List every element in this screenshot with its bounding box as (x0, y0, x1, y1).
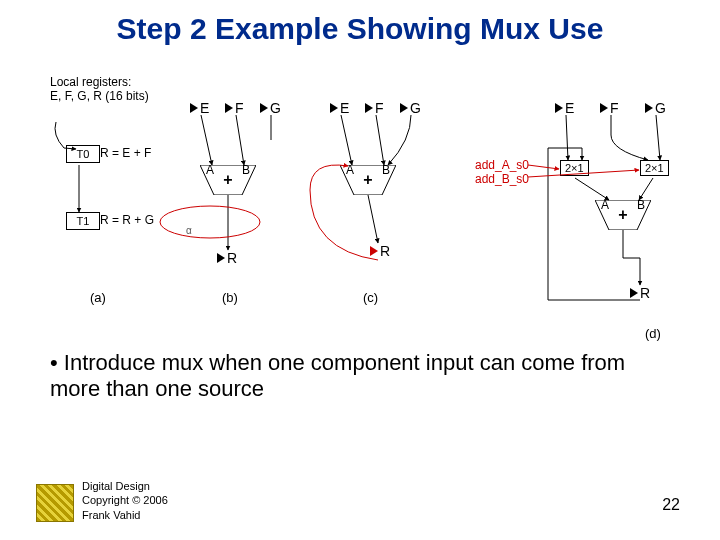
clock-tri-icon (330, 103, 338, 113)
clock-tri-icon (225, 103, 233, 113)
reg-b-F: F (225, 100, 244, 116)
mux-b: 2×1 (640, 160, 669, 176)
clock-tri-icon (555, 103, 563, 113)
state-t0: T0 (66, 145, 100, 163)
footer: Digital Design Copyright © 2006 Frank Va… (82, 479, 168, 522)
clock-tri-icon (260, 103, 268, 113)
svg-line-4 (201, 115, 212, 165)
page-title: Step 2 Example Showing Mux Use (0, 12, 720, 46)
local-registers-line2: E, F, G, R (16 bits) (50, 89, 149, 103)
reg-d-R: R (630, 285, 650, 301)
reg-c-R: R (370, 243, 390, 259)
svg-line-14 (575, 178, 609, 200)
svg-point-8 (160, 206, 260, 238)
reg-label: E (340, 100, 349, 116)
svg-line-10 (376, 115, 384, 165)
reg-label: E (565, 100, 574, 116)
svg-line-16 (528, 165, 559, 169)
adder-b: A B + (200, 165, 256, 195)
clock-tri-icon (217, 253, 225, 263)
sub-b: (b) (222, 290, 238, 305)
reg-label: E (200, 100, 209, 116)
clock-tri-icon (190, 103, 198, 113)
alpha-mark: α (186, 225, 192, 236)
footer-line: Frank Vahid (82, 508, 168, 522)
reg-b-R: R (217, 250, 237, 266)
reg-b-G: G (260, 100, 281, 116)
ctrl-signals: add_A_s0 add_B_s0 (475, 158, 529, 187)
mux-a: 2×1 (560, 160, 589, 176)
reg-label: R (227, 250, 237, 266)
reg-b-E: E (190, 100, 209, 116)
local-registers: Local registers: E, F, G, R (16 bits) (50, 75, 149, 103)
reg-label: R (640, 285, 650, 301)
clock-tri-icon (600, 103, 608, 113)
sub-a: (a) (90, 290, 106, 305)
svg-line-11 (368, 195, 378, 243)
state-t0-expr: R = E + F (100, 146, 151, 160)
state-t1: T1 (66, 212, 100, 230)
reg-c-E: E (330, 100, 349, 116)
footer-line: Digital Design (82, 479, 168, 493)
reg-label: G (655, 100, 666, 116)
adder-op-icon: + (200, 171, 256, 189)
clock-tri-icon (370, 246, 378, 256)
state-t1-expr: R = R + G (100, 213, 154, 227)
ctrl-sig-b: add_B_s0 (475, 172, 529, 186)
reg-label: F (375, 100, 384, 116)
reg-label: R (380, 243, 390, 259)
adder-c: A B + (340, 165, 396, 195)
clock-tri-icon (400, 103, 408, 113)
reg-label: G (270, 100, 281, 116)
svg-line-13 (656, 115, 660, 160)
adder-op-icon: + (595, 206, 651, 224)
local-registers-line1: Local registers: (50, 75, 149, 89)
adder-op-icon: + (340, 171, 396, 189)
adder-d: A B + (595, 200, 651, 230)
clock-tri-icon (365, 103, 373, 113)
ctrl-sig-a: add_A_s0 (475, 158, 529, 172)
logo-icon (36, 484, 74, 522)
sub-c: (c) (363, 290, 378, 305)
reg-label: G (410, 100, 421, 116)
bullet-main: Introduce mux when one component input c… (50, 350, 650, 402)
footer-line: Copyright © 2006 (82, 493, 168, 507)
reg-d-F: F (600, 100, 619, 116)
page-number: 22 (662, 496, 680, 514)
reg-c-G: G (400, 100, 421, 116)
reg-label: F (235, 100, 244, 116)
clock-tri-icon (630, 288, 638, 298)
reg-c-F: F (365, 100, 384, 116)
svg-line-15 (639, 178, 653, 200)
svg-line-9 (341, 115, 352, 165)
sub-d: (d) (645, 326, 661, 341)
svg-line-5 (236, 115, 244, 165)
svg-line-12 (566, 115, 568, 160)
reg-d-G: G (645, 100, 666, 116)
clock-tri-icon (645, 103, 653, 113)
reg-d-E: E (555, 100, 574, 116)
reg-label: F (610, 100, 619, 116)
